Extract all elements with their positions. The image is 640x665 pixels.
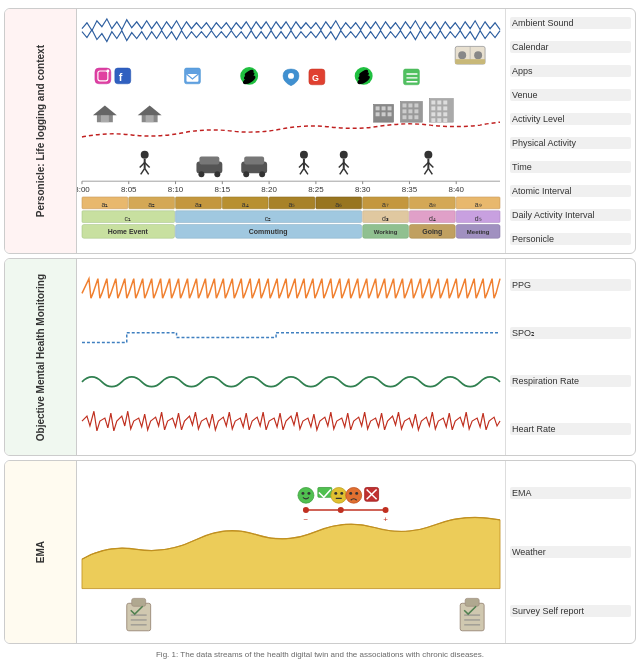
svg-point-2 <box>458 51 466 59</box>
svg-point-3 <box>474 51 482 59</box>
svg-text:+: + <box>383 515 388 524</box>
svg-rect-8 <box>115 68 131 84</box>
ema-content: − + <box>77 461 505 643</box>
svg-text:8:00: 8:00 <box>77 185 90 194</box>
svg-point-7 <box>106 70 109 73</box>
svg-rect-41 <box>402 103 406 107</box>
survey-icons <box>127 599 484 631</box>
svg-point-83 <box>340 151 348 159</box>
svg-text:8:20: 8:20 <box>261 185 277 194</box>
label-apps: Apps <box>510 65 631 77</box>
svg-line-67 <box>141 168 145 174</box>
svg-text:Going: Going <box>422 228 442 236</box>
svg-rect-47 <box>402 115 406 119</box>
svg-text:8:35: 8:35 <box>402 185 418 194</box>
svg-text:8:25: 8:25 <box>308 185 324 194</box>
svg-text:8:15: 8:15 <box>215 185 231 194</box>
svg-text:a₃: a₃ <box>195 201 202 208</box>
svg-point-77 <box>300 151 308 159</box>
svg-point-156 <box>331 488 347 504</box>
label-heart-rate: Heart Rate <box>510 423 631 435</box>
weather-row <box>82 518 500 589</box>
svg-point-161 <box>349 492 352 495</box>
svg-rect-74 <box>244 157 264 165</box>
svg-point-16 <box>288 73 294 79</box>
svg-point-154 <box>307 492 310 495</box>
svg-rect-45 <box>408 109 412 113</box>
svg-point-160 <box>346 488 362 504</box>
svg-rect-39 <box>388 112 392 116</box>
svg-text:Meeting: Meeting <box>467 229 490 235</box>
label-weather: Weather <box>510 546 631 558</box>
svg-rect-60 <box>431 118 435 122</box>
mental-label-col: Objective Mental Health Monitoring <box>5 259 77 455</box>
svg-rect-46 <box>414 109 418 113</box>
svg-point-169 <box>383 508 389 514</box>
label-ambient-sound: Ambient Sound <box>510 17 631 29</box>
svg-point-89 <box>424 151 432 159</box>
svg-text:a₅: a₅ <box>289 201 296 208</box>
svg-marker-28 <box>93 105 117 115</box>
svg-rect-62 <box>443 118 447 122</box>
svg-rect-51 <box>431 101 435 105</box>
mental-health-section: Objective Mental Health Monitoring <box>4 258 636 456</box>
svg-point-157 <box>334 492 337 495</box>
svg-text:a₄: a₄ <box>242 201 249 208</box>
svg-rect-49 <box>414 115 418 119</box>
svg-text:f: f <box>119 71 123 83</box>
svg-point-75 <box>243 171 249 177</box>
svg-text:d₅: d₅ <box>475 215 482 222</box>
svg-text:−: − <box>304 515 309 524</box>
ema-right-labels: EMA Weather Survey Self report <box>505 461 635 643</box>
label-respiration-rate: Respiration Rate <box>510 375 631 387</box>
svg-rect-35 <box>382 106 386 110</box>
label-activity-level: Activity Level <box>510 113 631 125</box>
svg-point-168 <box>338 508 344 514</box>
svg-line-93 <box>424 168 428 174</box>
mental-svg <box>77 259 505 455</box>
svg-rect-54 <box>431 106 435 110</box>
spo2-signal <box>82 333 500 343</box>
svg-line-94 <box>428 168 432 174</box>
label-venue: Venue <box>510 89 631 101</box>
personicle-label-col: Personicle: Life logging and context <box>5 9 77 253</box>
svg-rect-44 <box>402 109 406 113</box>
svg-rect-59 <box>443 112 447 116</box>
personicle-events: Home Event Commuting Working Going Meeti… <box>82 224 500 238</box>
svg-text:d₃: d₃ <box>382 215 389 222</box>
svg-text:G: G <box>312 73 319 83</box>
svg-point-63 <box>141 151 149 159</box>
svg-text:Home Event: Home Event <box>108 228 149 235</box>
svg-text:a₆: a₆ <box>335 201 342 208</box>
svg-point-76 <box>259 171 265 177</box>
svg-rect-172 <box>127 604 151 631</box>
svg-point-167 <box>303 508 309 514</box>
mental-section-label: Objective Mental Health Monitoring <box>35 274 47 441</box>
ema-section-label: EMA <box>35 541 47 563</box>
svg-rect-53 <box>443 101 447 105</box>
svg-rect-32 <box>146 115 154 122</box>
svg-text:Working: Working <box>374 229 398 235</box>
mental-right-labels: PPG SPO₂ Respiration Rate Heart Rate <box>505 259 635 455</box>
svg-line-68 <box>145 168 149 174</box>
svg-point-152 <box>298 488 314 504</box>
svg-text:a₁: a₁ <box>101 201 108 208</box>
calendar-row <box>455 46 485 64</box>
svg-rect-70 <box>199 157 219 165</box>
svg-text:d₄: d₄ <box>429 215 436 222</box>
personicle-svg: f G <box>77 9 505 253</box>
svg-rect-36 <box>388 106 392 110</box>
svg-text:8:10: 8:10 <box>168 185 184 194</box>
label-physical-activity: Physical Activity <box>510 137 631 149</box>
label-calendar: Calendar <box>510 41 631 53</box>
svg-rect-29 <box>101 115 109 122</box>
personicle-content: f G <box>77 9 505 253</box>
footer-note: Fig. 1: The data streams of the health d… <box>4 648 636 661</box>
label-personicle: Personicle <box>510 233 631 245</box>
ema-row: − + <box>298 488 389 524</box>
svg-line-87 <box>340 168 344 174</box>
svg-text:a₉: a₉ <box>475 201 482 208</box>
ema-section: EMA <box>4 460 636 644</box>
label-ppg: PPG <box>510 279 631 291</box>
ema-svg: − + <box>77 461 505 643</box>
